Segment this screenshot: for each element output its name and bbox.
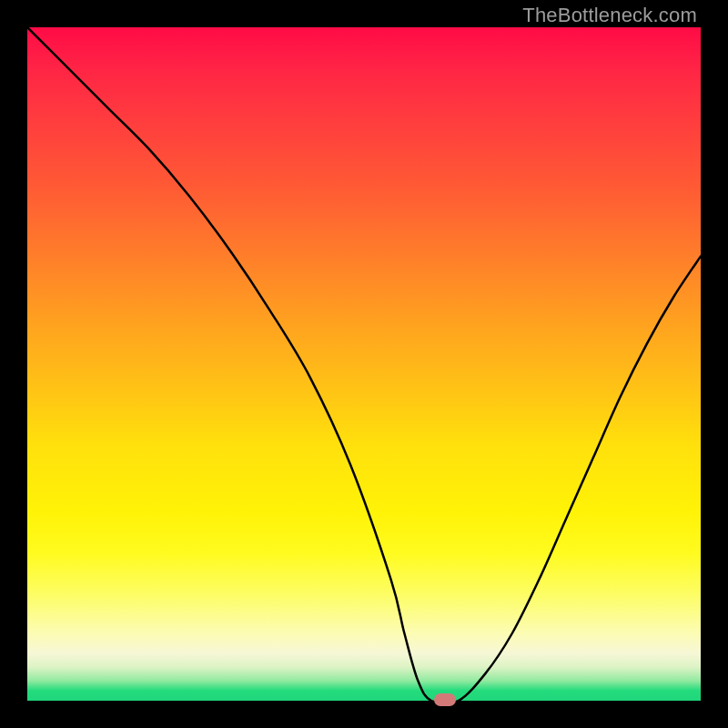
bottleneck-curve bbox=[27, 27, 701, 701]
optimal-marker bbox=[434, 693, 456, 706]
chart-frame: TheBottleneck.com bbox=[0, 0, 728, 728]
watermark-text: TheBottleneck.com bbox=[522, 4, 697, 27]
plot-area bbox=[27, 27, 701, 701]
